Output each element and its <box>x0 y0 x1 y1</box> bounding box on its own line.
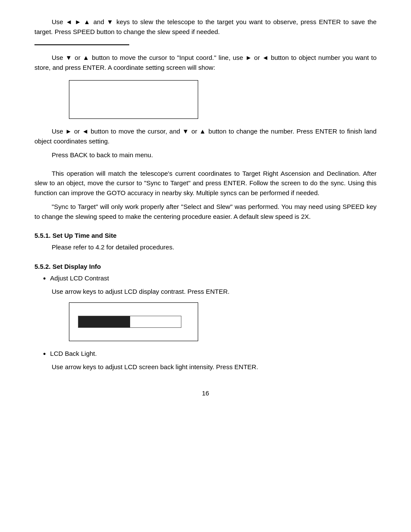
section-552-heading: 5.5.2. Set Display Info <box>34 263 377 270</box>
progress-bar-empty <box>130 316 181 327</box>
bullet-item-1: • Adjust LCD Contrast <box>43 274 377 284</box>
progress-bar <box>78 316 181 328</box>
bullet-2-text: Use arrow keys to adjust LCD screen back… <box>52 362 377 372</box>
section-551-text: Please refer to 4.2 for detailed procedu… <box>34 243 377 252</box>
screen-display-box-1 <box>69 80 198 119</box>
screen-display-box-2 <box>69 302 198 341</box>
progress-bar-filled <box>78 316 130 327</box>
paragraph-2: Use ▼ or ▲ button to move the cursor to … <box>34 53 377 72</box>
bullet-1-label: Adjust LCD Contrast <box>50 274 109 283</box>
bullet-1-text: Use arrow keys to adjust LCD display con… <box>52 287 377 297</box>
paragraph-3: Use ► or ◄ button to move the cursor, an… <box>34 127 377 146</box>
bullet-2-label: LCD Back Light. <box>50 349 97 359</box>
section-divider <box>34 44 129 45</box>
section-551-heading: 5.5.1. Set Up Time and Site <box>34 232 377 239</box>
paragraph-1: Use ◄ ► ▲ and ▼ keys to slew the telesco… <box>34 17 377 37</box>
paragraph-4: Press BACK to back to main menu. <box>34 150 377 160</box>
paragraph-6: "Sync to Target" will only work properly… <box>34 202 377 221</box>
bullet-dot-1: • <box>43 274 46 284</box>
bullet-item-2: • LCD Back Light. <box>43 349 377 360</box>
page-number: 16 <box>34 389 377 397</box>
paragraph-5: This operation will match the telescope'… <box>34 169 377 198</box>
bullet-dot-2: • <box>43 349 46 360</box>
